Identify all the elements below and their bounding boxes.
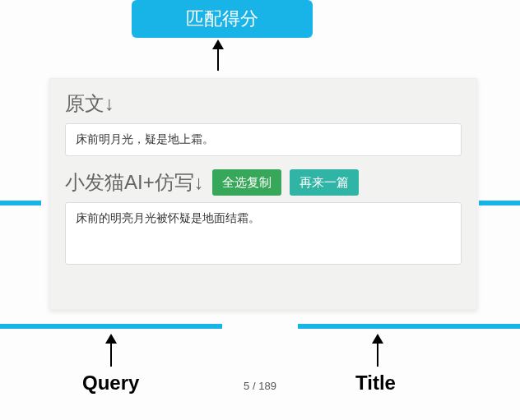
original-section-title: 原文↓: [65, 90, 462, 117]
regenerate-label: 再来一篇: [299, 175, 349, 191]
original-textbox[interactable]: 床前明月光，疑是地上霜。: [65, 123, 462, 156]
arrow-down-query-icon: [110, 335, 112, 367]
original-text: 床前明月光，疑是地上霜。: [76, 132, 214, 145]
rewrite-section-title: 小发猫AI+仿写↓ 全选复制 再来一篇: [65, 169, 462, 196]
score-pill: 匹配得分: [132, 0, 313, 38]
right-bracket-stub: [479, 201, 520, 230]
page-indicator-text: 5 / 189: [244, 380, 276, 392]
left-bracket-stub: [0, 201, 41, 230]
arrow-down-title-icon: [377, 335, 378, 367]
original-label: 原文↓: [65, 90, 114, 117]
score-pill-text: 匹配得分: [186, 7, 258, 31]
rewrite-textbox[interactable]: 床前的明亮月光被怀疑是地面结霜。: [65, 202, 462, 265]
rewrite-label: 小发猫AI+仿写↓: [65, 169, 204, 196]
page-indicator: 5 / 189: [0, 380, 520, 392]
rewrite-text: 床前的明亮月光被怀疑是地面结霜。: [76, 211, 260, 224]
title-bracket-icon: [298, 296, 520, 329]
query-bracket-icon: [0, 296, 222, 329]
regenerate-button[interactable]: 再来一篇: [290, 169, 359, 196]
copy-all-label: 全选复制: [222, 175, 272, 191]
arrow-up-icon: [217, 41, 219, 71]
text-panel: 原文↓ 床前明月光，疑是地上霜。 小发猫AI+仿写↓ 全选复制 再来一篇 床前的…: [49, 78, 477, 310]
copy-all-button[interactable]: 全选复制: [212, 169, 281, 196]
